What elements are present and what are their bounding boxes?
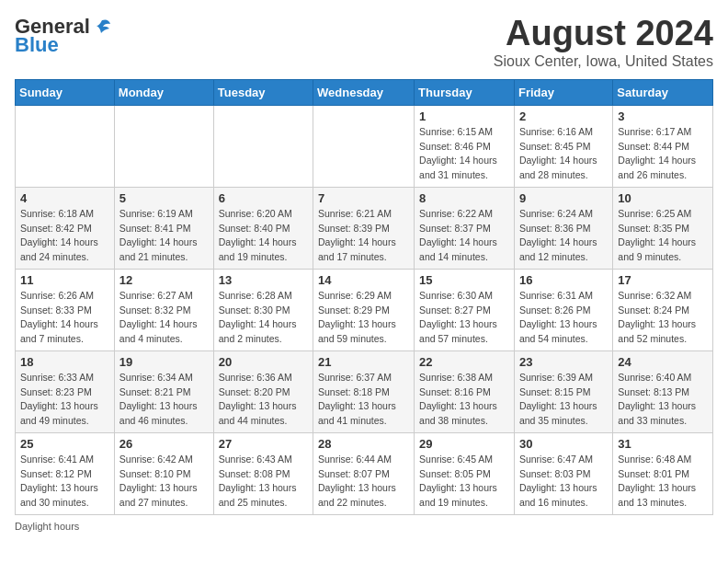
day-number: 29 [419, 437, 509, 451]
day-number: 3 [618, 109, 708, 123]
day-number: 20 [219, 355, 308, 369]
day-number: 22 [419, 355, 509, 369]
title-area: August 2024 Sioux Center, Iowa, United S… [494, 15, 713, 70]
footer-note: Daylight hours [15, 521, 713, 532]
calendar-cell: 29Sunrise: 6:45 AM Sunset: 8:05 PM Dayli… [415, 432, 515, 514]
calendar-cell: 3Sunrise: 6:17 AM Sunset: 8:44 PM Daylig… [613, 105, 713, 187]
day-detail: Sunrise: 6:47 AM Sunset: 8:03 PM Dayligh… [519, 453, 608, 511]
calendar-cell: 1Sunrise: 6:15 AM Sunset: 8:46 PM Daylig… [415, 105, 515, 187]
day-detail: Sunrise: 6:36 AM Sunset: 8:20 PM Dayligh… [219, 371, 308, 429]
day-detail: Sunrise: 6:42 AM Sunset: 8:10 PM Dayligh… [119, 453, 209, 511]
day-detail: Sunrise: 6:45 AM Sunset: 8:05 PM Dayligh… [419, 453, 509, 511]
day-detail: Sunrise: 6:26 AM Sunset: 8:33 PM Dayligh… [20, 289, 109, 347]
calendar-cell: 13Sunrise: 6:28 AM Sunset: 8:30 PM Dayli… [213, 269, 313, 350]
calendar-cell: 12Sunrise: 6:27 AM Sunset: 8:32 PM Dayli… [114, 269, 213, 350]
day-detail: Sunrise: 6:43 AM Sunset: 8:08 PM Dayligh… [219, 453, 308, 511]
calendar-cell: 26Sunrise: 6:42 AM Sunset: 8:10 PM Dayli… [114, 432, 213, 514]
day-detail: Sunrise: 6:34 AM Sunset: 8:21 PM Dayligh… [119, 371, 209, 429]
calendar-cell: 27Sunrise: 6:43 AM Sunset: 8:08 PM Dayli… [213, 432, 313, 514]
day-number: 26 [119, 437, 209, 451]
page-header: General Blue August 2024 Sioux Center, I… [15, 15, 713, 70]
calendar-weekday-tuesday: Tuesday [213, 79, 313, 105]
day-number: 28 [318, 437, 409, 451]
day-detail: Sunrise: 6:29 AM Sunset: 8:29 PM Dayligh… [318, 289, 409, 347]
calendar-cell: 17Sunrise: 6:32 AM Sunset: 8:24 PM Dayli… [613, 269, 713, 350]
day-detail: Sunrise: 6:22 AM Sunset: 8:37 PM Dayligh… [419, 207, 509, 265]
calendar-cell [114, 105, 213, 187]
day-number: 12 [119, 273, 209, 287]
day-detail: Sunrise: 6:28 AM Sunset: 8:30 PM Dayligh… [219, 289, 308, 347]
calendar-cell: 10Sunrise: 6:25 AM Sunset: 8:35 PM Dayli… [613, 187, 713, 269]
calendar-cell: 20Sunrise: 6:36 AM Sunset: 8:20 PM Dayli… [213, 350, 313, 432]
calendar-week-row: 1Sunrise: 6:15 AM Sunset: 8:46 PM Daylig… [16, 105, 713, 187]
calendar-weekday-monday: Monday [114, 79, 213, 105]
day-detail: Sunrise: 6:25 AM Sunset: 8:35 PM Dayligh… [618, 207, 708, 265]
calendar-weekday-saturday: Saturday [613, 79, 713, 105]
day-number: 14 [318, 273, 409, 287]
calendar-week-row: 18Sunrise: 6:33 AM Sunset: 8:23 PM Dayli… [16, 350, 713, 432]
logo: General Blue [15, 15, 112, 57]
day-detail: Sunrise: 6:15 AM Sunset: 8:46 PM Dayligh… [419, 125, 509, 183]
calendar-header-row: SundayMondayTuesdayWednesdayThursdayFrid… [16, 79, 713, 105]
calendar-cell: 25Sunrise: 6:41 AM Sunset: 8:12 PM Dayli… [16, 432, 115, 514]
day-number: 10 [618, 191, 708, 205]
day-number: 4 [20, 191, 109, 205]
day-detail: Sunrise: 6:24 AM Sunset: 8:36 PM Dayligh… [519, 207, 608, 265]
calendar-cell: 18Sunrise: 6:33 AM Sunset: 8:23 PM Dayli… [16, 350, 115, 432]
day-number: 8 [419, 191, 509, 205]
day-number: 31 [618, 437, 708, 451]
day-number: 21 [318, 355, 409, 369]
calendar-week-row: 4Sunrise: 6:18 AM Sunset: 8:42 PM Daylig… [16, 187, 713, 269]
day-detail: Sunrise: 6:33 AM Sunset: 8:23 PM Dayligh… [20, 371, 109, 429]
calendar-week-row: 11Sunrise: 6:26 AM Sunset: 8:33 PM Dayli… [16, 269, 713, 350]
calendar-cell: 19Sunrise: 6:34 AM Sunset: 8:21 PM Dayli… [114, 350, 213, 432]
day-detail: Sunrise: 6:31 AM Sunset: 8:26 PM Dayligh… [519, 289, 608, 347]
calendar-cell: 2Sunrise: 6:16 AM Sunset: 8:45 PM Daylig… [514, 105, 612, 187]
calendar-cell: 23Sunrise: 6:39 AM Sunset: 8:15 PM Dayli… [514, 350, 612, 432]
day-number: 6 [219, 191, 308, 205]
day-detail: Sunrise: 6:40 AM Sunset: 8:13 PM Dayligh… [618, 371, 708, 429]
day-number: 19 [119, 355, 209, 369]
day-detail: Sunrise: 6:37 AM Sunset: 8:18 PM Dayligh… [318, 371, 409, 429]
day-number: 2 [519, 109, 608, 123]
day-number: 23 [519, 355, 608, 369]
calendar-cell: 28Sunrise: 6:44 AM Sunset: 8:07 PM Dayli… [313, 432, 415, 514]
calendar-cell: 5Sunrise: 6:19 AM Sunset: 8:41 PM Daylig… [114, 187, 213, 269]
calendar-cell: 16Sunrise: 6:31 AM Sunset: 8:26 PM Dayli… [514, 269, 612, 350]
day-detail: Sunrise: 6:21 AM Sunset: 8:39 PM Dayligh… [318, 207, 409, 265]
calendar-cell [16, 105, 115, 187]
calendar-week-row: 25Sunrise: 6:41 AM Sunset: 8:12 PM Dayli… [16, 432, 713, 514]
calendar-cell: 4Sunrise: 6:18 AM Sunset: 8:42 PM Daylig… [16, 187, 115, 269]
day-number: 27 [219, 437, 308, 451]
day-number: 16 [519, 273, 608, 287]
calendar-weekday-thursday: Thursday [415, 79, 515, 105]
calendar-cell: 9Sunrise: 6:24 AM Sunset: 8:36 PM Daylig… [514, 187, 612, 269]
day-number: 5 [119, 191, 209, 205]
day-detail: Sunrise: 6:16 AM Sunset: 8:45 PM Dayligh… [519, 125, 608, 183]
calendar-cell [313, 105, 415, 187]
calendar-cell: 24Sunrise: 6:40 AM Sunset: 8:13 PM Dayli… [613, 350, 713, 432]
day-number: 7 [318, 191, 409, 205]
calendar-cell: 31Sunrise: 6:48 AM Sunset: 8:01 PM Dayli… [613, 432, 713, 514]
calendar-cell: 30Sunrise: 6:47 AM Sunset: 8:03 PM Dayli… [514, 432, 612, 514]
logo-bird-icon [92, 17, 112, 37]
day-detail: Sunrise: 6:48 AM Sunset: 8:01 PM Dayligh… [618, 453, 708, 511]
calendar-weekday-wednesday: Wednesday [313, 79, 415, 105]
logo-blue-text: Blue [15, 33, 59, 57]
location-title: Sioux Center, Iowa, United States [494, 53, 713, 70]
day-detail: Sunrise: 6:30 AM Sunset: 8:27 PM Dayligh… [419, 289, 509, 347]
calendar-weekday-friday: Friday [514, 79, 612, 105]
calendar-cell: 11Sunrise: 6:26 AM Sunset: 8:33 PM Dayli… [16, 269, 115, 350]
day-detail: Sunrise: 6:38 AM Sunset: 8:16 PM Dayligh… [419, 371, 509, 429]
day-detail: Sunrise: 6:41 AM Sunset: 8:12 PM Dayligh… [20, 453, 109, 511]
day-detail: Sunrise: 6:39 AM Sunset: 8:15 PM Dayligh… [519, 371, 608, 429]
day-number: 15 [419, 273, 509, 287]
month-title: August 2024 [494, 15, 713, 53]
day-detail: Sunrise: 6:17 AM Sunset: 8:44 PM Dayligh… [618, 125, 708, 183]
calendar-weekday-sunday: Sunday [16, 79, 115, 105]
day-number: 30 [519, 437, 608, 451]
day-detail: Sunrise: 6:20 AM Sunset: 8:40 PM Dayligh… [219, 207, 308, 265]
calendar-cell: 8Sunrise: 6:22 AM Sunset: 8:37 PM Daylig… [415, 187, 515, 269]
calendar-table: SundayMondayTuesdayWednesdayThursdayFrid… [15, 79, 713, 515]
day-detail: Sunrise: 6:44 AM Sunset: 8:07 PM Dayligh… [318, 453, 409, 511]
